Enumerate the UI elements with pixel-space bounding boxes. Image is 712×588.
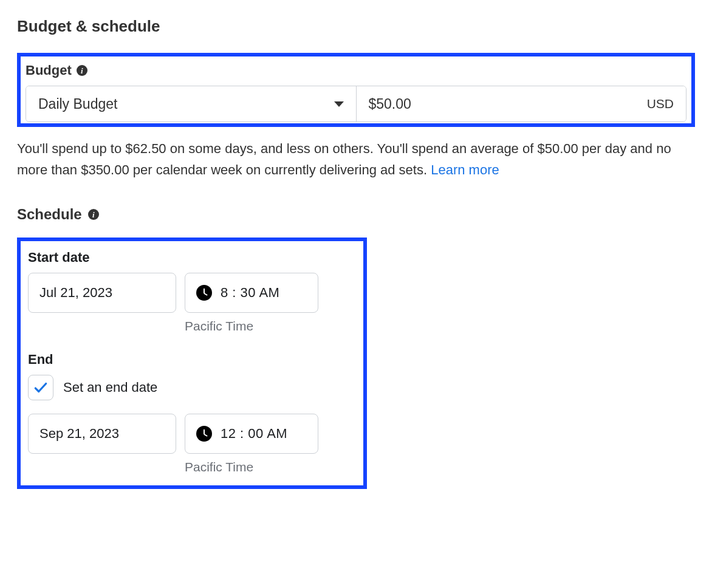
budget-input-row: Daily Budget $50.00 USD	[26, 86, 686, 122]
end-date-input[interactable]: Sep 21, 2023	[28, 414, 176, 454]
budget-amount-input[interactable]: $50.00 USD	[357, 86, 686, 121]
learn-more-link[interactable]: Learn more	[431, 162, 499, 177]
end-block: End Set an end date Sep 21, 2023 12 : 00…	[28, 352, 356, 474]
start-date-label: Start date	[28, 250, 356, 265]
end-date-value: Sep 21, 2023	[39, 426, 119, 442]
schedule-label: Schedule	[17, 206, 82, 223]
start-date-value: Jul 21, 2023	[39, 285, 112, 301]
clock-icon	[196, 426, 212, 442]
start-timezone: Pacific Time	[185, 319, 356, 333]
check-icon	[33, 380, 49, 395]
budget-helper-text: You'll spend up to $62.50 on some days, …	[17, 138, 695, 180]
budget-type-value: Daily Budget	[38, 96, 117, 112]
start-time-value: 8 : 30 AM	[221, 285, 279, 301]
info-icon[interactable]: i	[77, 65, 87, 76]
budget-label: Budget	[26, 63, 72, 78]
start-date-input[interactable]: Jul 21, 2023	[28, 273, 176, 313]
set-end-date-row: Set an end date	[28, 375, 356, 400]
schedule-heading-row: Schedule i	[17, 206, 695, 223]
end-time-value: 12 : 00 AM	[221, 426, 287, 442]
chevron-down-icon	[334, 101, 344, 107]
start-time-input[interactable]: 8 : 30 AM	[185, 273, 318, 313]
end-time-input[interactable]: 12 : 00 AM	[185, 414, 318, 454]
schedule-section-highlight: Start date Jul 21, 2023 8 : 30 AM Pacifi…	[17, 238, 367, 489]
budget-currency: USD	[647, 97, 674, 111]
section-title: Budget & schedule	[17, 17, 695, 36]
budget-label-row: Budget i	[26, 63, 686, 78]
end-datetime-row: Sep 21, 2023 12 : 00 AM	[28, 414, 356, 454]
end-timezone: Pacific Time	[185, 460, 356, 474]
start-datetime-row: Jul 21, 2023 8 : 30 AM	[28, 273, 356, 313]
set-end-date-checkbox[interactable]	[28, 375, 53, 400]
budget-helper-body: You'll spend up to $62.50 on some days, …	[17, 141, 671, 177]
budget-type-select[interactable]: Daily Budget	[26, 86, 357, 121]
budget-amount-value: $50.00	[369, 96, 411, 112]
set-end-date-label: Set an end date	[63, 380, 157, 395]
end-label: End	[28, 352, 356, 368]
budget-section-highlight: Budget i Daily Budget $50.00 USD	[17, 53, 695, 127]
clock-icon	[196, 285, 212, 301]
info-icon[interactable]: i	[88, 209, 99, 220]
